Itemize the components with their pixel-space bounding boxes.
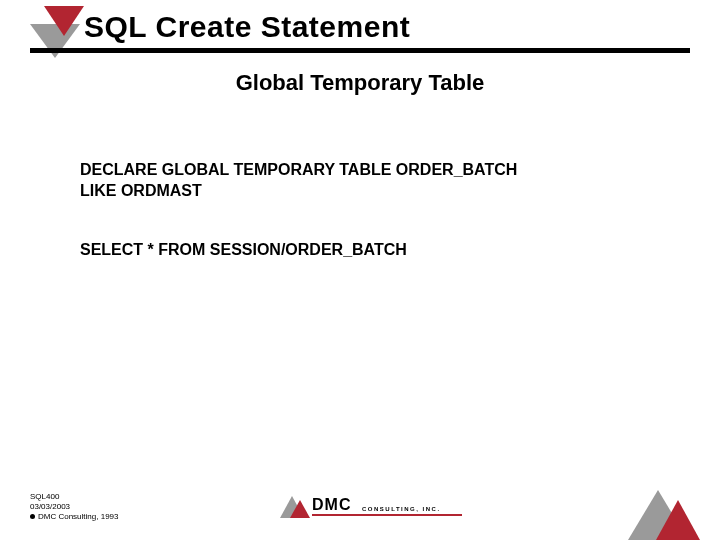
footer: SQL400 03/03/2003 DMC Consulting, 1993 D… [30, 478, 690, 528]
footer-course: SQL400 [30, 492, 118, 502]
footer-logo: DMC CONSULTING, INC. [280, 490, 480, 518]
footer-date: 03/03/2003 [30, 502, 118, 512]
title-divider [30, 48, 690, 53]
sql-select-block: SELECT * FROM SESSION/ORDER_BATCH [80, 240, 660, 261]
sql-declare-block: DECLARE GLOBAL TEMPORARY TABLE ORDER_BAT… [80, 160, 660, 202]
logo-text: DMC [312, 496, 351, 514]
footer-copyright-text: DMC Consulting, 1993 [38, 512, 118, 521]
triangle-red-icon [44, 6, 84, 36]
logo-underline [312, 514, 462, 516]
logo-subtext: CONSULTING, INC. [362, 506, 441, 512]
page-subtitle: Global Temporary Table [0, 70, 720, 96]
corner-ornament-bottom-right [600, 470, 700, 540]
footer-meta: SQL400 03/03/2003 DMC Consulting, 1993 [30, 492, 118, 522]
bullet-icon [30, 514, 35, 519]
slide: SQL Create Statement Global Temporary Ta… [0, 0, 720, 540]
triangle-red-icon [656, 500, 700, 540]
footer-copyright: DMC Consulting, 1993 [30, 512, 118, 522]
corner-ornament-top-left [30, 6, 90, 66]
logo-triangle-red-icon [290, 500, 310, 518]
page-title: SQL Create Statement [84, 10, 690, 44]
